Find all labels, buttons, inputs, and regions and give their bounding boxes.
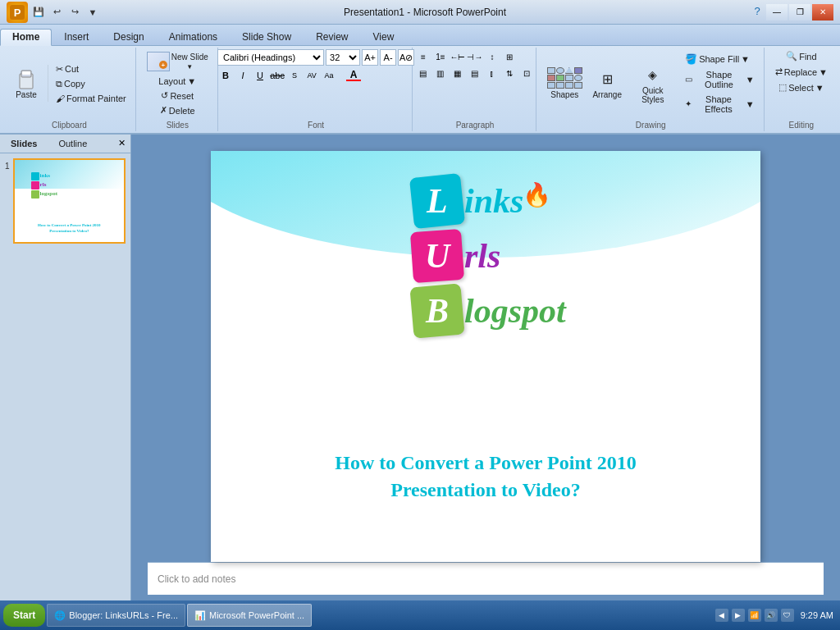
font-color-button[interactable]: A xyxy=(345,68,362,83)
tab-slides[interactable]: Slides xyxy=(0,135,48,153)
start-button[interactable]: Start xyxy=(3,604,45,627)
redo-quick-button[interactable]: ↪ xyxy=(67,5,82,20)
tab-design[interactable]: Design xyxy=(101,29,156,46)
flame-icon: 🔥 xyxy=(523,182,551,208)
notes-placeholder: Click to add notes xyxy=(158,573,235,585)
layout-button[interactable]: Layout ▼ xyxy=(154,75,200,88)
shapes-preview xyxy=(547,67,582,89)
cut-button[interactable]: ✂ Cut xyxy=(52,62,130,76)
logo-links-line: L inks 🔥 xyxy=(412,176,566,226)
arrange-label: Arrange xyxy=(592,90,622,99)
tray-icon-2[interactable]: ▶ xyxy=(732,609,745,622)
shape-format-options: 🪣 Shape Fill ▼ ▭ Shape Outline ▼ ✦ Shape… xyxy=(681,52,759,116)
tray-icon-1[interactable]: ◀ xyxy=(715,609,728,622)
tab-outline[interactable]: Outline xyxy=(48,135,98,153)
logo-letter-u: U xyxy=(425,236,450,276)
text-direction-button[interactable]: ⇅ xyxy=(501,66,518,80)
font-size-select[interactable]: 32 xyxy=(326,49,360,66)
minimize-button[interactable]: — xyxy=(766,4,788,21)
shadow-button[interactable]: S xyxy=(286,68,303,83)
shape-effects-dropdown: ▼ xyxy=(746,99,755,109)
change-case-button[interactable]: Aa xyxy=(321,68,337,83)
convert-smartart-button[interactable]: ⊞ xyxy=(501,49,518,64)
effects-icon: ✦ xyxy=(685,99,692,108)
indent-more-button[interactable]: ⊣→ xyxy=(467,49,483,64)
find-button[interactable]: 🔍 Find xyxy=(782,49,820,63)
align-left-button[interactable]: ▤ xyxy=(415,66,431,80)
restore-button[interactable]: ❐ xyxy=(789,4,810,21)
font-color-icon: A xyxy=(346,70,361,81)
align-center-button[interactable]: ▥ xyxy=(432,66,449,80)
align-text-button[interactable]: ⊡ xyxy=(518,66,535,80)
clipboard-group: Paste ✂ Cut ⧉ Copy 🖌 Format Painter xyxy=(3,48,136,131)
clear-format-button[interactable]: A⊘ xyxy=(398,49,414,66)
slides-group-inner: + New Slide ▼ Layout ▼ ↺ Reset xyxy=(143,49,212,117)
delete-icon: ✗ xyxy=(160,105,167,116)
numbering-button[interactable]: 1≡ xyxy=(432,49,449,64)
select-dropdown: ▼ xyxy=(815,83,824,93)
bullets-button[interactable]: ≡ xyxy=(415,49,431,64)
grow-font-button[interactable]: A+ xyxy=(362,49,378,66)
slide-panel-close-button[interactable]: ✕ xyxy=(113,135,130,153)
strikethrough-button[interactable]: abc xyxy=(269,68,285,83)
select-button[interactable]: ⬚ Select ▼ xyxy=(774,80,828,94)
bold-button[interactable]: B xyxy=(217,68,234,83)
taskbar-item-blogger[interactable]: 🌐 Blogger: LinksURLs - Fre... xyxy=(47,604,185,627)
tab-insert[interactable]: Insert xyxy=(52,29,101,46)
undo-quick-button[interactable]: ↩ xyxy=(49,5,64,20)
new-slide-label: New Slide xyxy=(171,52,208,62)
paste-button[interactable]: Paste xyxy=(8,65,44,102)
justify-button[interactable]: ▤ xyxy=(467,66,483,80)
help-button[interactable]: ? xyxy=(750,4,765,19)
columns-button[interactable]: ⫿ xyxy=(484,66,500,80)
cut-icon: ✂ xyxy=(56,64,63,75)
tab-slide-show[interactable]: Slide Show xyxy=(230,29,304,46)
ribbon: Home Insert Design Animations Slide Show… xyxy=(0,25,840,135)
taskbar-item-powerpoint[interactable]: 📊 Microsoft PowerPoint ... xyxy=(187,604,312,627)
slide-canvas-area: L inks 🔥 U rls xyxy=(131,135,840,611)
slide-canvas[interactable]: L inks 🔥 U rls xyxy=(211,151,760,562)
indent-less-button[interactable]: ←⊢ xyxy=(450,49,466,64)
arrange-button[interactable]: ⊞ Arrange xyxy=(590,65,624,102)
logo-text-rls: rls xyxy=(464,236,500,276)
shape-fill-button[interactable]: 🪣 Shape Fill ▼ xyxy=(681,52,759,66)
format-painter-button[interactable]: 🖌 Format Painter xyxy=(52,92,130,105)
save-quick-button[interactable]: 💾 xyxy=(31,5,46,20)
replace-button[interactable]: ⇄ Replace ▼ xyxy=(771,65,832,79)
quick-access-dropdown[interactable]: ▼ xyxy=(85,5,100,20)
replace-dropdown: ▼ xyxy=(819,67,828,77)
delete-button[interactable]: ✗ Delete xyxy=(156,103,199,117)
drawing-label: Drawing xyxy=(636,119,666,130)
logo-blogspot-line: B logspot xyxy=(412,285,566,336)
slide-thumbnail[interactable]: inks rls logspot How to Convert a Power … xyxy=(13,158,126,244)
tab-home[interactable]: Home xyxy=(0,29,52,46)
copy-button[interactable]: ⧉ Copy xyxy=(52,77,130,91)
paste-icon xyxy=(15,67,38,90)
tray-network-icon[interactable]: 📶 xyxy=(748,609,761,622)
powerpoint-icon: 📊 xyxy=(194,610,206,621)
notes-area[interactable]: Click to add notes xyxy=(148,562,824,595)
replace-icon: ⇄ xyxy=(775,66,783,77)
tab-view[interactable]: View xyxy=(361,29,407,46)
tray-volume-icon[interactable]: 🔊 xyxy=(765,609,778,622)
char-spacing-button[interactable]: AV xyxy=(304,68,320,83)
tab-review[interactable]: Review xyxy=(304,29,360,46)
underline-button[interactable]: U xyxy=(252,68,268,83)
font-family-select[interactable]: Calibri (Headings) xyxy=(217,49,324,66)
line-spacing-button[interactable]: ↕ xyxy=(484,49,500,64)
new-slide-button[interactable]: + New Slide ▼ xyxy=(143,49,212,74)
reset-button[interactable]: ↺ Reset xyxy=(157,89,198,103)
drawing-group: Shapes ⊞ Arrange ◈ Quick Styles 🪣 Shape … xyxy=(538,48,765,131)
shrink-font-button[interactable]: A- xyxy=(380,49,396,66)
office-logo-icon[interactable]: P xyxy=(7,2,28,23)
close-button[interactable]: ✕ xyxy=(812,4,833,21)
italic-button[interactable]: I xyxy=(235,68,251,83)
shape-effects-button[interactable]: ✦ Shape Effects ▼ xyxy=(681,93,759,116)
shape-outline-button[interactable]: ▭ Shape Outline ▼ xyxy=(681,68,759,91)
quick-styles-button[interactable]: ◈ Quick Styles xyxy=(628,61,678,107)
shapes-button[interactable]: Shapes xyxy=(543,65,587,102)
align-right-button[interactable]: ▦ xyxy=(450,66,466,80)
powerpoint-label: Microsoft PowerPoint ... xyxy=(209,610,304,620)
tray-antivirus-icon[interactable]: 🛡 xyxy=(781,609,794,622)
tab-animations[interactable]: Animations xyxy=(157,29,230,46)
